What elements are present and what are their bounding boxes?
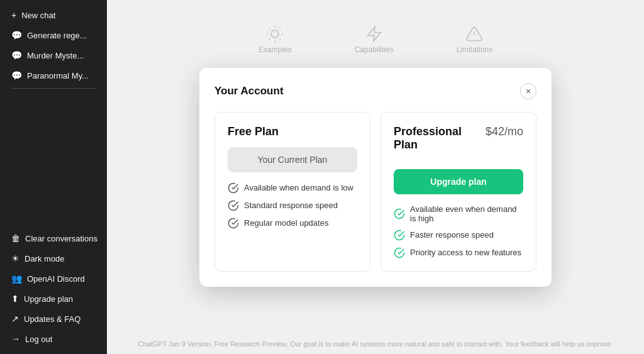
modal-overlay: Your Account × Free Plan Your Current Pl… xyxy=(107,0,644,354)
external-link-icon: ↗ xyxy=(11,314,19,324)
sidebar-item-label: Dark mode xyxy=(25,254,65,263)
main-footer: ChatGPT Jan 9 Version. Free Research Pre… xyxy=(107,340,644,348)
check-icon-3 xyxy=(228,218,239,229)
chat-icon-2: 💬 xyxy=(11,50,22,60)
logout-icon: → xyxy=(11,334,20,344)
current-plan-button: Your Current Plan xyxy=(228,147,357,172)
pro-feature-3: Priority access to new features xyxy=(394,247,523,258)
sidebar-item-murder-mystery[interactable]: 💬 Murder Myste... xyxy=(5,45,102,65)
pro-feature-2: Faster response speed xyxy=(394,230,523,241)
free-plan-features: Available when demand is low Standard re… xyxy=(228,182,357,229)
check-icon-2 xyxy=(228,200,239,211)
sidebar-item-label: Murder Myste... xyxy=(27,51,84,60)
free-feature-2: Standard response speed xyxy=(228,200,357,211)
chat-icon-1: 💬 xyxy=(11,30,22,40)
sidebar-item-upgrade-plan[interactable]: ⬆ Upgrade plan xyxy=(5,289,102,309)
sidebar-item-new-chat[interactable]: + New chat xyxy=(5,5,102,25)
free-feature-1: Available when demand is low xyxy=(228,182,357,194)
sidebar-item-label: OpenAI Discord xyxy=(27,274,85,284)
pro-check-icon-2 xyxy=(394,230,405,241)
pro-check-icon-1 xyxy=(394,208,405,219)
footer-text: ChatGPT Jan 9 Version. Free Research Pre… xyxy=(138,340,613,348)
sidebar-item-log-out[interactable]: → Log out xyxy=(5,329,102,349)
pro-feature-1: Available even when demand is high xyxy=(394,204,523,223)
main-content: Examples Capabilities Limitations Your A… xyxy=(107,0,644,354)
sidebar-item-openai-discord[interactable]: 👥 OpenAI Discord xyxy=(5,268,102,289)
sidebar-item-generate-regex[interactable]: 💬 Generate rege... xyxy=(5,25,102,45)
sidebar-bottom: 🗑 Clear conversations ☀ Dark mode 👥 Open… xyxy=(5,228,102,349)
pro-plan-title: Professional Plan xyxy=(394,125,479,152)
account-modal: Your Account × Free Plan Your Current Pl… xyxy=(199,68,552,287)
sidebar-item-label: Paranormal My... xyxy=(27,71,89,80)
sidebar-item-updates-faq[interactable]: ↗ Updates & FAQ xyxy=(5,309,102,329)
discord-icon: 👥 xyxy=(11,274,22,284)
trash-icon: 🗑 xyxy=(11,233,20,243)
pro-check-icon-3 xyxy=(394,247,405,258)
modal-close-button[interactable]: × xyxy=(520,83,536,99)
chat-icon-3: 💬 xyxy=(11,70,22,80)
upgrade-plan-button[interactable]: Upgrade plan xyxy=(394,169,523,194)
check-icon-1 xyxy=(228,182,239,194)
free-feature-3: Regular model updates xyxy=(228,218,357,229)
plus-icon: + xyxy=(11,10,16,20)
free-plan: Free Plan Your Current Plan Available wh… xyxy=(214,112,370,272)
sidebar-divider xyxy=(11,88,96,89)
free-feature-label-1: Available when demand is low xyxy=(244,183,353,192)
sidebar-item-label: Generate rege... xyxy=(27,31,87,40)
sun-icon: ☀ xyxy=(11,253,19,263)
pro-feature-label-2: Faster response speed xyxy=(410,230,494,240)
sidebar-item-label: Log out xyxy=(25,335,52,344)
sidebar-item-label: New chat xyxy=(21,11,55,20)
plans-row: Free Plan Your Current Plan Available wh… xyxy=(214,112,536,272)
free-feature-label-2: Standard response speed xyxy=(244,201,338,210)
sidebar-item-paranormal[interactable]: 💬 Paranormal My... xyxy=(5,65,102,86)
sidebar-item-label: Upgrade plan xyxy=(24,294,73,304)
pro-plan: Professional Plan $42/mo Upgrade plan Av… xyxy=(380,112,536,272)
upgrade-icon: ⬆ xyxy=(11,294,19,304)
free-feature-label-3: Regular model updates xyxy=(244,218,328,228)
pro-feature-label-1: Available even when demand is high xyxy=(410,204,523,223)
modal-title: Your Account xyxy=(214,85,284,97)
pro-plan-features: Available even when demand is high Faste… xyxy=(394,204,523,258)
sidebar-item-dark-mode[interactable]: ☀ Dark mode xyxy=(5,248,102,268)
sidebar-item-clear-conversations[interactable]: 🗑 Clear conversations xyxy=(5,228,102,248)
sidebar: + New chat 💬 Generate rege... 💬 Murder M… xyxy=(0,0,107,354)
sidebar-item-label: Clear conversations xyxy=(25,234,97,243)
pro-plan-title-row: Professional Plan $42/mo xyxy=(394,125,523,160)
modal-header: Your Account × xyxy=(214,83,536,99)
pro-plan-price: $42/mo xyxy=(486,125,523,138)
pro-feature-label-3: Priority access to new features xyxy=(410,248,521,257)
close-icon: × xyxy=(526,86,531,96)
sidebar-item-label: Updates & FAQ xyxy=(24,314,80,324)
free-plan-title: Free Plan xyxy=(228,125,357,138)
